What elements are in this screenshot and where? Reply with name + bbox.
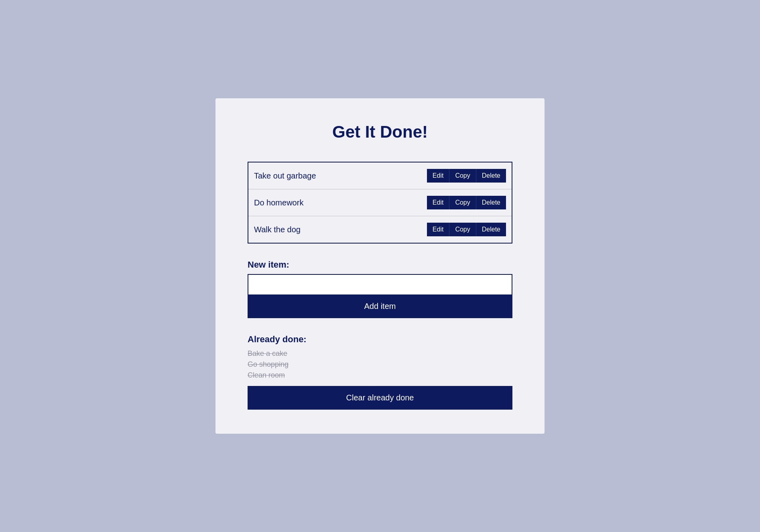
new-item-input[interactable] xyxy=(248,274,512,294)
table-row: Take out garbage Edit Copy Delete xyxy=(248,162,512,189)
new-item-label: New item: xyxy=(248,260,512,270)
copy-button-3[interactable]: Copy xyxy=(449,223,476,236)
delete-button-1[interactable]: Delete xyxy=(476,169,506,183)
delete-button-3[interactable]: Delete xyxy=(476,223,506,236)
table-row: Walk the dog Edit Copy Delete xyxy=(248,216,512,243)
todo-item-text: Take out garbage xyxy=(254,171,316,181)
delete-button-2[interactable]: Delete xyxy=(476,196,506,209)
todo-list-container: Take out garbage Edit Copy Delete Do hom… xyxy=(248,162,512,244)
copy-button-2[interactable]: Copy xyxy=(449,196,476,209)
page-title: Get It Done! xyxy=(248,122,512,142)
todo-item-text: Walk the dog xyxy=(254,225,301,234)
copy-button-1[interactable]: Copy xyxy=(449,169,476,183)
todo-item-text: Do homework xyxy=(254,198,303,207)
app-container: Get It Done! Take out garbage Edit Copy … xyxy=(215,98,545,434)
todo-actions: Edit Copy Delete xyxy=(427,196,506,209)
edit-button-2[interactable]: Edit xyxy=(427,196,449,209)
list-item: Clean room xyxy=(248,371,512,380)
edit-button-3[interactable]: Edit xyxy=(427,223,449,236)
add-item-button[interactable]: Add item xyxy=(248,294,512,318)
new-item-section: New item: Add item xyxy=(248,260,512,318)
todo-actions: Edit Copy Delete xyxy=(427,223,506,236)
already-done-label: Already done: xyxy=(248,334,512,345)
already-done-section: Already done: Bake a cake Go shopping Cl… xyxy=(248,334,512,410)
clear-already-done-button[interactable]: Clear already done xyxy=(248,386,512,410)
list-item: Bake a cake xyxy=(248,349,512,358)
edit-button-1[interactable]: Edit xyxy=(427,169,449,183)
done-list: Bake a cake Go shopping Clean room xyxy=(248,349,512,380)
table-row: Do homework Edit Copy Delete xyxy=(248,189,512,216)
todo-actions: Edit Copy Delete xyxy=(427,169,506,183)
list-item: Go shopping xyxy=(248,360,512,369)
